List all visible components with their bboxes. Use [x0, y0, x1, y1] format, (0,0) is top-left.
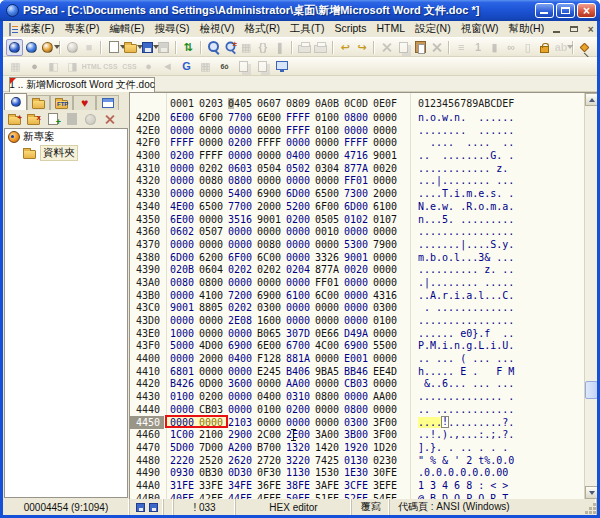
- project-remove-file-button[interactable]: [63, 111, 80, 127]
- hex-row-4340[interactable]: 43404E0065007700200052006F006D006100N.e.…: [130, 200, 597, 213]
- reformat-button[interactable]: ◧: [44, 58, 63, 75]
- menu-item-9[interactable]: 設定(N): [410, 21, 456, 37]
- menu-item-4[interactable]: 檢視(V): [194, 21, 239, 37]
- bookmark-button[interactable]: ▮: [486, 39, 503, 56]
- file-diff-button[interactable]: [253, 58, 272, 75]
- html-check-button[interactable]: HTML: [82, 58, 101, 75]
- code-explorer-button[interactable]: ▦: [6, 58, 25, 75]
- project-new-folder-button[interactable]: [6, 111, 23, 127]
- hex-row-4480[interactable]: 448022202520262027203220742501300230" % …: [130, 454, 597, 467]
- line-numbers-button[interactable]: 1: [470, 39, 487, 56]
- mdi-restore-button[interactable]: [566, 23, 581, 36]
- text-diff-button[interactable]: [234, 58, 253, 75]
- menu-item-10[interactable]: 視窗(W): [456, 21, 504, 37]
- glasses-button[interactable]: 6ó: [215, 58, 234, 75]
- paste-button[interactable]: [412, 39, 429, 56]
- dropdown-arrow-icon[interactable]: [567, 45, 573, 49]
- bookmark-list-button[interactable]: ▯: [520, 39, 537, 56]
- menu-item-3[interactable]: 搜尋(S): [149, 21, 194, 37]
- spell-button[interactable]: ab: [553, 39, 570, 56]
- minimize-button[interactable]: [535, 3, 554, 18]
- cut-button[interactable]: [378, 39, 395, 56]
- css2-button[interactable]: CSS: [120, 58, 139, 75]
- scroll-down-button[interactable]: [585, 486, 597, 499]
- delete-button[interactable]: [428, 39, 445, 56]
- hex-row-43A0[interactable]: 43A000800800000000000000FF0100000000.|..…: [130, 276, 597, 289]
- dropdown-arrow-icon[interactable]: [54, 45, 60, 49]
- scroll-up-button[interactable]: [585, 93, 597, 106]
- tab-word-document[interactable]: 1 .. 新增Microsoft Word 文件.doc: [9, 77, 155, 92]
- hex-row-4360[interactable]: 436006020507000000000000001000000000....…: [130, 225, 597, 238]
- search-button[interactable]: [205, 39, 222, 56]
- hex-row-43B0[interactable]: 43B0000041007200690061006C0000004316..A.…: [130, 289, 597, 302]
- new-window-button[interactable]: [6, 39, 23, 56]
- hex-row-4450[interactable]: 445000000000210300000000000003003F00....…: [130, 416, 597, 429]
- preview-button[interactable]: [272, 58, 291, 75]
- braces-button[interactable]: {}: [255, 39, 272, 56]
- hex-row-4300[interactable]: 43000200FFFF000000000400000047169001.. .…: [130, 149, 597, 162]
- project-ball-button[interactable]: [82, 111, 99, 127]
- project-settings-button[interactable]: [101, 111, 118, 127]
- templates-button[interactable]: [40, 39, 57, 56]
- hex-row-4490[interactable]: 449009300B300D300F30113015301E3030FE.0.0…: [130, 466, 597, 479]
- tab-windows[interactable]: [96, 95, 119, 110]
- menu-item-5[interactable]: 格式(R): [239, 21, 285, 37]
- close-button[interactable]: ×: [577, 3, 596, 18]
- hex-row-4330[interactable]: 433000000000540069006D00650073002000....…: [130, 187, 597, 200]
- project-sync-button[interactable]: ⇅: [180, 39, 197, 56]
- hex-row-43D0[interactable]: 43D0000000002E0816000000000000000100....…: [130, 314, 597, 327]
- open-file-button[interactable]: [122, 39, 139, 56]
- new-file-button[interactable]: [105, 39, 122, 56]
- lock-button[interactable]: [536, 39, 553, 56]
- hex-row-4400[interactable]: 4400000020000400F128881A0000E0010000.. .…: [130, 352, 597, 365]
- print-button[interactable]: [296, 39, 313, 56]
- menu-item-7[interactable]: Scripts: [329, 21, 371, 37]
- menu-item-8[interactable]: HTML: [372, 21, 411, 37]
- hex-row-43C0[interactable]: 43C090018805020203000000000000000300 . .…: [130, 301, 597, 314]
- print-preview-button[interactable]: [313, 39, 330, 56]
- hex-row-4460[interactable]: 44601C00210029002C002E003A003B003F00..!.…: [130, 428, 597, 441]
- menu-item-2[interactable]: 編輯(E): [104, 21, 149, 37]
- table-button[interactable]: ▦: [196, 58, 215, 75]
- save-all-button[interactable]: [155, 39, 172, 56]
- tree-item-folder[interactable]: 資料夾: [5, 145, 127, 161]
- menu-item-1[interactable]: 專案(P): [59, 21, 104, 37]
- project-remove-folder-button[interactable]: [25, 111, 42, 127]
- redo-button[interactable]: ↪: [354, 39, 371, 56]
- hex-row-4320[interactable]: 4320000000800800000000000000FF010000...|…: [130, 174, 597, 187]
- hex-row-4370[interactable]: 437000000000000000800000000053007900....…: [130, 238, 597, 251]
- hex-row-44B0[interactable]: 44B040FE42FE44FE4FFE50FE51FE52FE54FE@ B …: [130, 492, 597, 499]
- copy-button[interactable]: [395, 39, 412, 56]
- css-button[interactable]: CSS: [101, 58, 120, 75]
- search-replace-button[interactable]: ±: [221, 39, 238, 56]
- tab-ftp[interactable]: FTP: [50, 95, 73, 110]
- hex-editor-area[interactable]: 000102030405060708090A0B0C0D0E0F01234567…: [129, 92, 597, 499]
- hex-row-42E0[interactable]: 42E00000000000000000FFFF010000000000....…: [130, 124, 597, 137]
- tab-favorites[interactable]: ♥: [73, 95, 96, 110]
- hex-row-4380[interactable]: 43806D0062006F006C000000332690010000m.b.…: [130, 251, 597, 264]
- tab-files[interactable]: [27, 95, 50, 110]
- hex-row-44A0[interactable]: 44A031FE33FE34FE36FE38FE3AFE3CFE3EFE1 3 …: [130, 479, 597, 492]
- undo-button[interactable]: ↩: [337, 39, 354, 56]
- mdi-minimize-button[interactable]: [549, 23, 564, 36]
- hex-row-4420[interactable]: 4420B4260D0036000000AA000000CB030000 &..…: [130, 377, 597, 390]
- hex-row-4410[interactable]: 4410680100000000E245B4069BA5BB46EE4Dh...…: [130, 365, 597, 378]
- tab-project[interactable]: [4, 93, 27, 110]
- hex-row-4470[interactable]: 44705D007D00A200B7001320142019201D20].}.…: [130, 441, 597, 454]
- mdi-close-button[interactable]: ×: [583, 23, 598, 36]
- tree-item-project[interactable]: 新專案: [5, 129, 127, 145]
- open-window-button[interactable]: [23, 39, 40, 56]
- menu-item-11[interactable]: 幫助(H): [504, 21, 550, 37]
- menu-item-0[interactable]: 檔案(F): [15, 21, 59, 37]
- indent-button[interactable]: ≡: [453, 39, 470, 56]
- project-add-file-button[interactable]: [44, 111, 61, 127]
- hex-row-4350[interactable]: 43506E000000351690010200050501020107n...…: [130, 213, 597, 226]
- select-tag-button[interactable]: ◄: [158, 58, 177, 75]
- hex-row-42D0[interactable]: 42D06E006F0077006E00FFFF010008000000n.o.…: [130, 111, 597, 124]
- maximize-button[interactable]: [556, 3, 575, 18]
- hex-row-43E0[interactable]: 43E0100000000000B065307D0E66D49A0000....…: [130, 327, 597, 340]
- title-bar[interactable]: PSPad - [C:\Documents and Settings\Admin…: [0, 0, 600, 21]
- scrollbar-thumb[interactable]: [585, 381, 597, 399]
- hex-row-4390[interactable]: 4390020B0604020202020204877A00200000....…: [130, 263, 597, 276]
- book-button[interactable]: ❚: [271, 39, 288, 56]
